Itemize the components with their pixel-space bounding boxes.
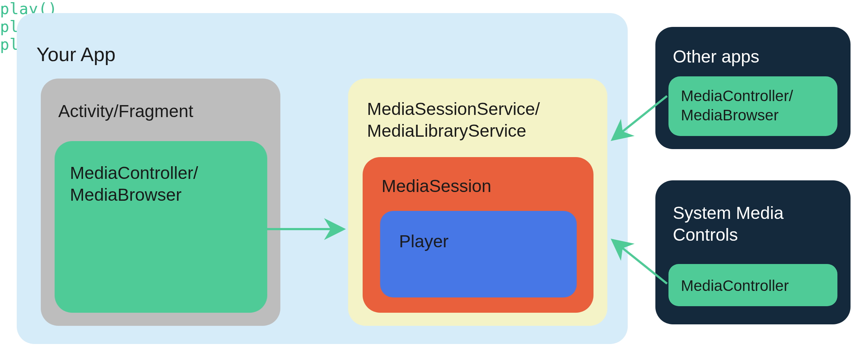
diagram-root: Your App Activity/Fragment MediaControll… <box>0 0 868 360</box>
your-app-title: Your App <box>36 42 115 67</box>
system-controls-controller-label: MediaController <box>681 276 789 296</box>
player-box <box>380 211 577 297</box>
service-title: MediaSessionService/ MediaLibraryService <box>367 98 540 142</box>
system-controls-title: System Media Controls <box>673 202 784 246</box>
player-label: Player <box>399 231 449 252</box>
app-media-controller-label: MediaController/ MediaBrowser <box>70 162 198 206</box>
media-session-label: MediaSession <box>382 175 492 197</box>
other-apps-title: Other apps <box>673 46 759 68</box>
activity-fragment-title: Activity/Fragment <box>58 100 193 122</box>
other-apps-controller-label: MediaController/ MediaBrowser <box>681 87 793 125</box>
